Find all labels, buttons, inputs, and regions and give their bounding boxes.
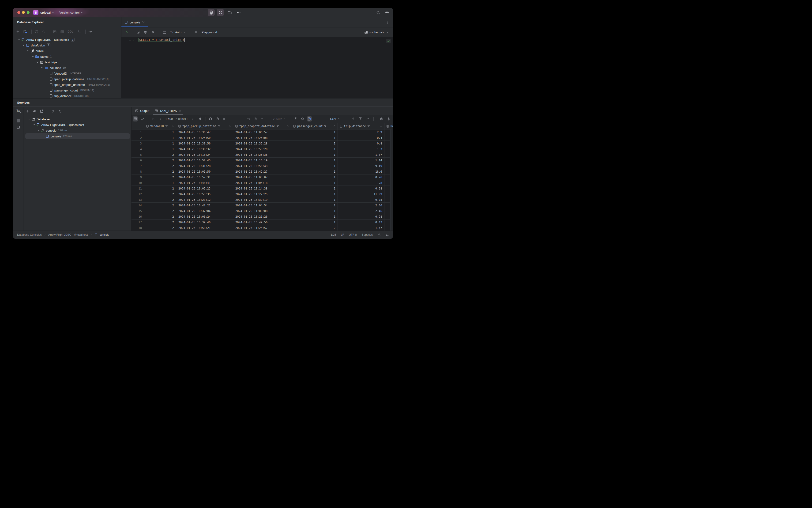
table-cell[interactable]: 1 — [291, 135, 338, 140]
table-cell[interactable]: 1 — [291, 192, 338, 197]
table-view-icon[interactable] — [133, 117, 137, 121]
filter-funnel-icon[interactable] — [367, 125, 370, 128]
encoding-widget[interactable]: UTF-8 — [349, 233, 357, 237]
table-cell[interactable]: 2024-01-25 10:37:04 — [176, 208, 233, 214]
table-cell[interactable]: 1.47 — [338, 225, 385, 230]
table-cell[interactable]: 2 — [291, 203, 338, 208]
table-cell[interactable]: 2 — [144, 158, 176, 163]
playground-dropdown[interactable]: Playground — [201, 31, 222, 34]
delete-row-icon[interactable] — [240, 117, 243, 121]
table-cell[interactable]: 2024-01-25 10:47:21 — [176, 203, 233, 208]
table-cell[interactable]: 2 — [144, 203, 176, 208]
table-cell[interactable]: 2024-01-25 10:21:26 — [233, 214, 291, 219]
chart-view-icon[interactable] — [141, 117, 145, 121]
export-data-icon[interactable] — [351, 117, 355, 121]
tree-item[interactable]: public — [13, 48, 121, 54]
table-row[interactable]: 4 12024-01-25 10:38:322024-01-25 10:53:2… — [132, 146, 393, 152]
column-header-Rate[interactable]: Rate — [385, 123, 393, 129]
table-cell[interactable]: 1 — [291, 186, 338, 191]
table-row[interactable]: 1 12024-01-25 10:36:472024-01-25 11:06:5… — [132, 129, 393, 135]
table-cell[interactable]: 2.06 — [338, 203, 385, 208]
table-cell[interactable]: 1 — [291, 158, 338, 163]
table-cell[interactable]: 1.3 — [338, 146, 385, 152]
chevron-down-icon[interactable] — [17, 38, 20, 42]
parameters-icon[interactable] — [144, 30, 147, 34]
table-cell[interactable]: 2024-01-25 10:05:23 — [176, 186, 233, 191]
tree-item[interactable]: datafusion 1 — [13, 42, 121, 48]
grid-tx-dropdown[interactable]: Tx: Auto — [271, 117, 287, 121]
table-cell[interactable]: 2024-01-25 10:40:41 — [176, 180, 233, 185]
tree-item[interactable]: passenger_count BIGINT(19) — [13, 87, 121, 93]
add-datasource-icon[interactable] — [16, 30, 20, 34]
chevron-down-icon[interactable] — [37, 129, 40, 132]
chevron-down-icon[interactable] — [21, 43, 25, 47]
table-cell[interactable]: 1 — [291, 146, 338, 152]
jump-to-icon[interactable] — [77, 30, 81, 34]
table-row[interactable]: 10 12024-01-25 10:40:412024-01-25 11:05:… — [132, 180, 393, 186]
table-cell[interactable]: 2024-01-25 10:06:24 — [176, 214, 233, 219]
commit-arrow-icon[interactable] — [260, 117, 264, 121]
table-cell[interactable]: 2024-01-25 10:58:21 — [176, 225, 233, 230]
open-in-new-icon[interactable] — [40, 109, 44, 113]
table-cell[interactable]: 2 — [144, 214, 176, 219]
vertical-scrollbar[interactable] — [390, 129, 393, 230]
close-window-button[interactable] — [17, 11, 20, 14]
notifications-bell-icon[interactable] — [386, 233, 389, 237]
pin-tab-icon[interactable] — [294, 117, 298, 121]
table-cell[interactable]: 2 — [144, 219, 176, 225]
table-cell[interactable]: 1 — [144, 141, 176, 146]
table-cell[interactable]: 2024-01-25 10:30:56 — [176, 141, 233, 146]
grid-settings-gear-icon[interactable] — [387, 117, 391, 121]
table-cell[interactable]: 1 — [144, 180, 176, 185]
settings-gear-icon[interactable] — [385, 10, 389, 14]
tree-item[interactable]: tpep_dropoff_datetime TIMESTAMP(26,6) — [13, 82, 121, 87]
table-row[interactable]: 15 22024-01-25 10:37:042024-01-25 11:00:… — [132, 208, 393, 214]
tree-item[interactable]: trip_distance DOUBLE(0) — [13, 93, 121, 98]
database-tool-button[interactable] — [208, 9, 215, 16]
console-settings-icon[interactable] — [151, 30, 155, 34]
sort-arrows-icon[interactable] — [379, 125, 382, 128]
table-cell[interactable]: 2 — [144, 163, 176, 169]
table-cell[interactable]: 1.14 — [338, 158, 385, 163]
table-cell[interactable]: 1 — [291, 141, 338, 146]
search-icon[interactable] — [376, 10, 380, 14]
indent-widget[interactable]: 4 spaces — [361, 233, 373, 237]
tab-console[interactable]: console — [122, 17, 148, 27]
previous-page-icon[interactable] — [159, 117, 162, 121]
page-range-dropdown[interactable]: 1-500 of 501+ — [165, 117, 188, 121]
find-in-grid-icon[interactable] — [301, 117, 305, 121]
column-header-passenger_count[interactable]: passenger_count — [291, 123, 338, 129]
table-cell[interactable]: 0.43 — [338, 219, 385, 225]
table-cell[interactable]: 0.75 — [338, 197, 385, 202]
table-cell[interactable]: 2 — [144, 169, 176, 174]
tree-item[interactable]: tables 1 — [13, 54, 121, 59]
table-cell[interactable]: 1 — [291, 219, 338, 225]
zoom-window-button[interactable] — [27, 11, 30, 14]
inspections-widget[interactable] — [386, 39, 391, 43]
table-row[interactable]: 7 22024-01-25 10:31:282024-01-25 10:55:4… — [132, 163, 393, 169]
table-row[interactable]: 13 22024-01-25 10:28:122024-01-25 10:39:… — [132, 197, 393, 203]
tx-toggle-button[interactable]: Tx — [16, 109, 20, 112]
table-cell[interactable]: 2024-01-25 10:58:45 — [176, 158, 233, 163]
import-data-icon[interactable] — [358, 117, 362, 121]
table-cell[interactable]: 2024-01-25 10:31:28 — [176, 163, 233, 169]
open-console-icon[interactable] — [53, 30, 57, 34]
table-cell[interactable]: 2024-01-25 10:23:36 — [233, 152, 291, 157]
tree-item[interactable]: Arrow Flight JDBC - @localhost 1 — [13, 37, 121, 42]
stop-process-button[interactable] — [17, 119, 20, 122]
table-cell[interactable]: 2 — [144, 152, 176, 157]
project-selector[interactable]: spiceai — [40, 11, 51, 14]
service-item[interactable]: console 126 ms — [25, 133, 130, 139]
filter-panel-icon[interactable] — [308, 117, 311, 121]
table-row[interactable]: 12 22024-01-25 10:55:352024-01-25 11:27:… — [132, 192, 393, 197]
table-cell[interactable]: 2 — [291, 225, 338, 230]
service-item[interactable]: Database — [25, 116, 130, 122]
table-cell[interactable]: 2.9 — [338, 129, 385, 135]
table-cell[interactable]: 2024-01-25 10:55:43 — [233, 163, 291, 169]
column-header-tpep_pickup_datetime[interactable]: tpep_pickup_datetime — [176, 123, 233, 129]
table-cell[interactable]: 1 — [291, 214, 338, 219]
table-cell[interactable]: 2024-01-25 11:03:07 — [233, 174, 291, 180]
first-page-icon[interactable] — [152, 117, 155, 121]
project-structure-button[interactable] — [226, 9, 233, 16]
table-cell[interactable]: 2024-01-25 11:00:08 — [233, 208, 291, 214]
